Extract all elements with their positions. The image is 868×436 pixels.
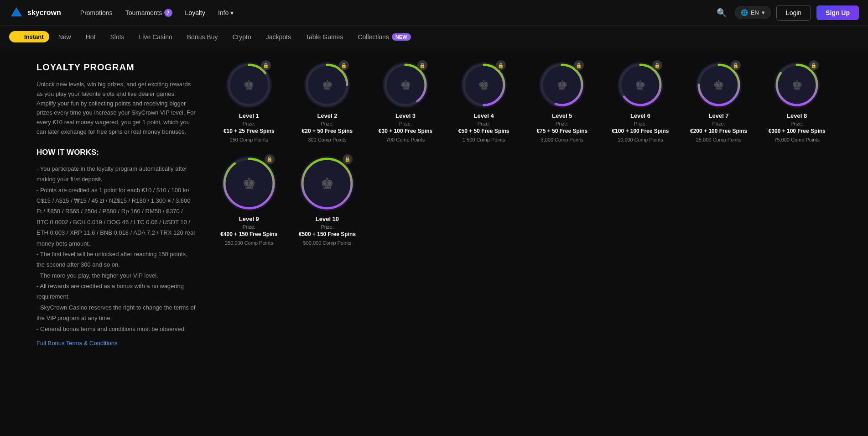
signup-button[interactable]: Sign Up bbox=[816, 5, 859, 20]
crown-icon: ♚ bbox=[713, 78, 724, 93]
level-points: 25,000 Comp Points bbox=[696, 137, 742, 142]
filter-collections[interactable]: Collections NEW bbox=[352, 31, 416, 43]
level-name: Level 9 bbox=[239, 215, 259, 222]
lightning-icon: ⚡ bbox=[15, 33, 22, 40]
how-it-works-content: - You participate in the loyalty program… bbox=[36, 163, 196, 334]
level-card-2: ♚ 🔒 Level 2 Prize: €20 + 50 Free Spins 3… bbox=[293, 62, 362, 142]
level-prize-label: Prize: bbox=[243, 224, 255, 230]
level-circle-wrapper: ♚ 🔒 bbox=[539, 62, 585, 108]
page-title: LOYALTY PROGRAM bbox=[36, 62, 196, 73]
level-prize-value: €100 + 100 Free Spins bbox=[612, 127, 669, 135]
level-circle: ♚ bbox=[300, 156, 354, 211]
lock-icon: 🔒 bbox=[652, 60, 662, 70]
search-button[interactable]: 🔍 bbox=[714, 5, 729, 21]
level-circle-wrapper: ♚ 🔒 bbox=[222, 156, 276, 211]
level-points: 1,500 Comp Points bbox=[463, 137, 505, 142]
crown-icon: ♚ bbox=[242, 174, 256, 193]
level-points: 700 Comp Points bbox=[386, 137, 425, 142]
levels-row-2: ♚ 🔒 Level 9 Prize: €400 + 150 Free Spins… bbox=[214, 156, 832, 246]
level-card-9: ♚ 🔒 Level 9 Prize: €400 + 150 Free Spins… bbox=[214, 156, 284, 246]
filter-bonus-buy[interactable]: Bonus Buy bbox=[182, 31, 223, 43]
nav-loyalty[interactable]: Loyalty bbox=[180, 6, 211, 19]
crown-icon: ♚ bbox=[400, 78, 411, 93]
level-prize-value: €20 + 50 Free Spins bbox=[302, 127, 353, 135]
filter-jackpots[interactable]: Jackpots bbox=[260, 31, 296, 43]
level-card-4: ♚ 🔒 Level 4 Prize: €50 + 50 Free Spins 1… bbox=[449, 62, 519, 142]
crown-icon: ♚ bbox=[478, 78, 489, 93]
level-circle-wrapper: ♚ 🔒 bbox=[696, 62, 742, 108]
chevron-down-icon: ▾ bbox=[230, 9, 234, 16]
lock-icon: 🔒 bbox=[261, 60, 271, 70]
collections-new-badge: NEW bbox=[392, 33, 411, 41]
bonus-terms-link[interactable]: Full Bonus Terms & Conditions bbox=[36, 340, 118, 347]
lock-icon: 🔒 bbox=[417, 60, 427, 70]
level-prize-label: Prize: bbox=[634, 121, 647, 126]
level-points: 10,000 Comp Points bbox=[618, 137, 663, 142]
level-circle-wrapper: ♚ 🔒 bbox=[226, 62, 272, 108]
level-name: Level 3 bbox=[395, 112, 416, 119]
login-button[interactable]: Login bbox=[776, 5, 811, 21]
level-name: Level 8 bbox=[787, 112, 807, 119]
nav-tournaments[interactable]: Tournaments 7 bbox=[120, 6, 178, 20]
filter-new[interactable]: New bbox=[53, 31, 77, 43]
level-card-10: ♚ 🔒 Level 10 Prize: €500 + 150 Free Spin… bbox=[293, 156, 362, 246]
level-prize-value: €75 + 50 Free Spins bbox=[536, 127, 587, 135]
level-prize-label: Prize: bbox=[243, 121, 255, 126]
level-name: Level 7 bbox=[709, 112, 729, 119]
level-circle: ♚ bbox=[222, 156, 276, 211]
level-card-1: ♚ 🔒 Level 1 Prize: €10 + 25 Free Spins 1… bbox=[214, 62, 284, 142]
level-card-7: ♚ 🔒 Level 7 Prize: €200 + 100 Free Spins… bbox=[684, 62, 754, 142]
lock-icon: 🔒 bbox=[265, 154, 275, 164]
lock-icon: 🔒 bbox=[731, 60, 741, 70]
level-name: Level 1 bbox=[239, 112, 259, 119]
globe-icon: 🌐 bbox=[741, 9, 748, 16]
level-prize-label: Prize: bbox=[790, 121, 803, 126]
nav-promotions[interactable]: Promotions bbox=[75, 6, 118, 19]
crown-icon: ♚ bbox=[634, 78, 646, 93]
level-prize-value: €300 + 100 Free Spins bbox=[769, 127, 826, 135]
crown-icon: ♚ bbox=[320, 174, 334, 193]
instant-filter[interactable]: ⚡ Instant bbox=[9, 31, 49, 42]
level-points: 150 Comp Points bbox=[230, 137, 268, 142]
level-prize-value: €200 + 100 Free Spins bbox=[690, 127, 747, 135]
level-prize-label: Prize: bbox=[712, 121, 725, 126]
main-content: LOYALTY PROGRAM Unlock new levels, win b… bbox=[0, 48, 868, 360]
how-it-works-title: HOW IT WORKS: bbox=[36, 148, 196, 157]
nav-right: 🔍 🌐 EN ▾ Login Sign Up bbox=[714, 5, 859, 21]
level-name: Level 10 bbox=[316, 215, 339, 222]
level-prize-value: €30 + 100 Free Spins bbox=[379, 127, 432, 135]
lock-icon: 🔒 bbox=[496, 60, 506, 70]
level-prize-label: Prize: bbox=[478, 121, 490, 126]
level-circle-wrapper: ♚ 🔒 bbox=[304, 62, 350, 108]
level-card-3: ♚ 🔒 Level 3 Prize: €30 + 100 Free Spins … bbox=[371, 62, 440, 142]
level-circle-wrapper: ♚ 🔒 bbox=[461, 62, 507, 108]
filter-crypto[interactable]: Crypto bbox=[227, 31, 256, 43]
level-circle-wrapper: ♚ 🔒 bbox=[383, 62, 428, 108]
levels-row-1: ♚ 🔒 Level 1 Prize: €10 + 25 Free Spins 1… bbox=[214, 62, 832, 142]
level-card-6: ♚ 🔒 Level 6 Prize: €100 + 100 Free Spins… bbox=[606, 62, 675, 142]
crown-icon: ♚ bbox=[243, 78, 255, 93]
level-prize-value: €50 + 50 Free Spins bbox=[458, 127, 509, 135]
level-circle-wrapper: ♚ 🔒 bbox=[300, 156, 354, 211]
loyalty-description: LOYALTY PROGRAM Unlock new levels, win b… bbox=[36, 62, 196, 347]
crown-icon: ♚ bbox=[322, 78, 333, 93]
level-prize-value: €500 + 150 Free Spins bbox=[299, 231, 356, 238]
chevron-down-icon: ▾ bbox=[762, 9, 765, 16]
level-points: 500,000 Comp Points bbox=[303, 240, 352, 246]
level-prize-label: Prize: bbox=[321, 121, 333, 126]
filter-live-casino[interactable]: Live Casino bbox=[134, 31, 178, 43]
language-selector[interactable]: 🌐 EN ▾ bbox=[735, 6, 771, 19]
level-points: 300 Comp Points bbox=[308, 137, 346, 142]
loyalty-description-text: Unlock new levels, win big prizes, and g… bbox=[36, 80, 196, 137]
logo[interactable]: skycrown bbox=[9, 5, 61, 20]
filter-hot[interactable]: Hot bbox=[80, 31, 101, 43]
level-prize-label: Prize: bbox=[399, 121, 412, 126]
level-prize-label: Prize: bbox=[556, 121, 568, 126]
level-card-8: ♚ 🔒 Level 8 Prize: €300 + 100 Free Spins… bbox=[762, 62, 832, 142]
level-circle-wrapper: ♚ 🔒 bbox=[618, 62, 663, 108]
level-name: Level 4 bbox=[474, 112, 494, 119]
level-points: 3,000 Comp Points bbox=[541, 137, 584, 142]
nav-info[interactable]: Info ▾ bbox=[213, 6, 239, 19]
filter-slots[interactable]: Slots bbox=[104, 31, 130, 43]
filter-table-games[interactable]: Table Games bbox=[300, 31, 348, 43]
